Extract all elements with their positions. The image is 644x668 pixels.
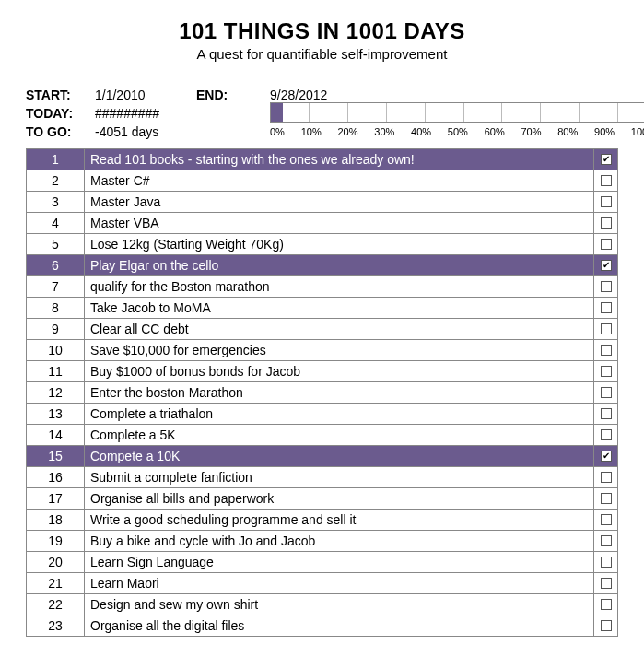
task-row: 18Write a good scheduling programme and … [26, 510, 618, 531]
task-checkbox-cell [594, 573, 618, 593]
task-checkbox-cell [594, 170, 618, 191]
task-text: Learn Maori [85, 573, 594, 593]
task-checkbox-cell: ✔ [594, 149, 618, 170]
task-checkbox-cell [594, 192, 618, 212]
task-number: 17 [26, 488, 85, 509]
task-checkbox[interactable] [601, 599, 612, 610]
task-checkbox-cell [594, 234, 618, 254]
task-text: Buy $1000 of bonus bonds for Jacob [85, 361, 594, 381]
task-row: 2Master C# [26, 170, 618, 192]
task-checkbox[interactable] [601, 493, 612, 504]
progress-ticks: 0%10%20%30%40%50%60%70%80%90%100% [270, 126, 644, 137]
task-row: 7qualify for the Boston marathon [26, 276, 618, 298]
task-checkbox[interactable] [601, 387, 612, 398]
task-checkbox-cell [594, 319, 618, 339]
task-checkbox[interactable] [601, 429, 612, 440]
task-number: 18 [26, 510, 85, 530]
progress-tick: 0% [270, 126, 285, 137]
task-text: Complete a triathalon [85, 404, 594, 424]
task-text: Master C# [85, 170, 594, 191]
task-checkbox-cell [594, 340, 618, 360]
task-checkbox-cell [594, 213, 618, 233]
task-checkbox[interactable] [601, 514, 612, 525]
task-row: 11Buy $1000 of bonus bonds for Jacob [26, 361, 618, 382]
task-checkbox[interactable]: ✔ [601, 260, 612, 271]
progress-tick: 40% [411, 126, 431, 137]
progress-tick: 10% [301, 126, 322, 137]
task-text: Clear all CC debt [85, 319, 594, 339]
task-checkbox-cell [594, 594, 618, 615]
task-text: Play Elgar on the cello [85, 255, 594, 275]
today-label: TODAY: [26, 106, 95, 121]
task-number: 5 [26, 234, 85, 254]
task-number: 6 [26, 255, 85, 275]
task-row: 19Buy a bike and cycle with Jo and Jacob [26, 531, 618, 552]
task-text: Save $10,000 for emergencies [85, 340, 594, 360]
task-number: 20 [26, 552, 85, 572]
progress-tick: 20% [337, 126, 357, 137]
task-text: Master VBA [85, 213, 594, 233]
task-text: Take Jacob to MoMA [85, 298, 594, 318]
task-text: Organise all the digital files [85, 615, 594, 636]
start-value: 1/1/2010 [95, 88, 196, 102]
task-text: Read 101 books - starting with the ones … [85, 149, 594, 170]
task-text: Master Java [85, 192, 594, 212]
task-checkbox[interactable] [601, 535, 612, 546]
start-label: START: [26, 88, 95, 102]
end-label: END: [196, 88, 252, 102]
task-number: 22 [26, 594, 85, 615]
task-number: 13 [26, 404, 85, 424]
task-text: Organise all bills and paperwork [85, 488, 594, 509]
task-row: 13Complete a triathalon [26, 404, 618, 425]
task-checkbox[interactable] [601, 323, 612, 334]
task-checkbox-cell [594, 298, 618, 318]
task-row: 9Clear all CC debt [26, 319, 618, 340]
task-text: Learn Sign Language [85, 552, 594, 572]
task-checkbox[interactable] [601, 557, 612, 568]
task-number: 2 [26, 170, 85, 191]
task-checkbox-cell [594, 361, 618, 381]
task-checkbox[interactable] [601, 408, 612, 419]
task-checkbox[interactable] [601, 217, 612, 229]
task-checkbox[interactable]: ✔ [601, 154, 612, 165]
task-row: 8Take Jacob to MoMA [26, 298, 618, 319]
task-row: 16Submit a complete fanfiction [26, 467, 618, 488]
progress-tick: 80% [557, 126, 578, 137]
task-checkbox[interactable] [601, 345, 612, 356]
progress-tick: 90% [594, 126, 615, 137]
task-text: Enter the boston Marathon [85, 382, 594, 403]
task-checkbox-cell: ✔ [594, 255, 618, 275]
task-text: Compete a 10K [85, 446, 594, 466]
task-number: 21 [26, 573, 85, 593]
task-row: 12Enter the boston Marathon [26, 382, 618, 404]
task-text: Submit a complete fanfiction [85, 467, 594, 487]
task-number: 12 [26, 382, 85, 403]
task-number: 15 [26, 446, 85, 466]
task-number: 3 [26, 192, 85, 212]
task-checkbox-cell [594, 467, 618, 487]
progress-tick: 100% [631, 126, 644, 137]
task-number: 4 [26, 213, 85, 233]
task-checkbox-cell [594, 425, 618, 445]
task-row: 4Master VBA [26, 213, 618, 234]
task-row: 6Play Elgar on the cello✔ [26, 255, 618, 276]
task-checkbox[interactable] [601, 578, 612, 589]
task-row: 17Organise all bills and paperwork [26, 488, 618, 510]
task-checkbox[interactable] [601, 620, 612, 631]
progress-tick: 60% [485, 126, 505, 137]
task-checkbox[interactable] [601, 472, 612, 483]
task-checkbox[interactable]: ✔ [601, 451, 612, 462]
task-checkbox[interactable] [601, 366, 612, 377]
task-text: Write a good scheduling programme and se… [85, 510, 594, 530]
task-checkbox[interactable] [601, 281, 612, 292]
task-number: 7 [26, 276, 85, 297]
task-checkbox[interactable] [601, 239, 612, 250]
task-text: Design and sew my own shirt [85, 594, 594, 615]
progress-fill [271, 103, 283, 122]
task-checkbox[interactable] [601, 196, 612, 207]
task-text: Lose 12kg (Starting Weight 70Kg) [85, 234, 594, 254]
task-checkbox[interactable] [601, 175, 612, 186]
progress-tick: 50% [448, 126, 468, 137]
end-value: 9/28/2012 [252, 88, 644, 102]
task-checkbox[interactable] [601, 302, 612, 313]
